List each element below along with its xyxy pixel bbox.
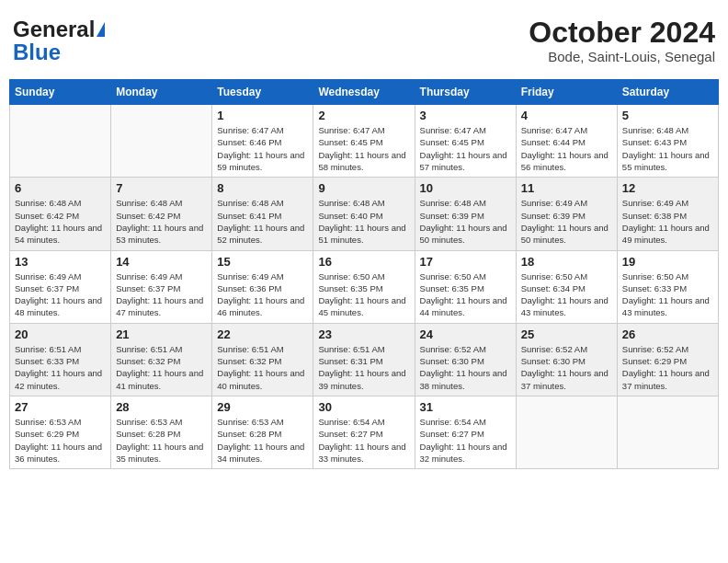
calendar-header-row: SundayMondayTuesdayWednesdayThursdayFrid… (10, 80, 719, 105)
calendar-cell: 26Sunrise: 6:52 AM Sunset: 6:29 PM Dayli… (617, 323, 718, 396)
day-info: Sunrise: 6:52 AM Sunset: 6:30 PM Dayligh… (420, 343, 511, 392)
day-info: Sunrise: 6:47 AM Sunset: 6:45 PM Dayligh… (420, 124, 511, 173)
calendar-cell: 31Sunrise: 6:54 AM Sunset: 6:27 PM Dayli… (415, 396, 516, 468)
day-info: Sunrise: 6:49 AM Sunset: 6:39 PM Dayligh… (521, 197, 612, 246)
day-number: 30 (318, 400, 409, 414)
day-number: 2 (318, 109, 409, 122)
weekday-header: Monday (111, 80, 212, 105)
day-info: Sunrise: 6:47 AM Sunset: 6:44 PM Dayligh… (521, 124, 612, 173)
calendar-cell: 22Sunrise: 6:51 AM Sunset: 6:32 PM Dayli… (212, 323, 313, 396)
day-number: 3 (420, 109, 511, 122)
location-subtitle: Bode, Saint-Louis, Senegal (529, 49, 715, 64)
day-info: Sunrise: 6:48 AM Sunset: 6:42 PM Dayligh… (15, 197, 106, 246)
calendar-cell: 6Sunrise: 6:48 AM Sunset: 6:42 PM Daylig… (10, 178, 111, 250)
calendar-week-row: 13Sunrise: 6:49 AM Sunset: 6:37 PM Dayli… (10, 250, 719, 323)
day-info: Sunrise: 6:51 AM Sunset: 6:32 PM Dayligh… (116, 343, 207, 392)
logo: General Blue (13, 17, 105, 63)
calendar-cell (516, 396, 617, 468)
day-info: Sunrise: 6:49 AM Sunset: 6:37 PM Dayligh… (15, 270, 106, 319)
weekday-header: Sunday (10, 80, 111, 105)
day-number: 14 (116, 255, 207, 269)
day-info: Sunrise: 6:48 AM Sunset: 6:40 PM Dayligh… (318, 197, 409, 246)
logo-blue: Blue (13, 42, 61, 63)
day-info: Sunrise: 6:48 AM Sunset: 6:41 PM Dayligh… (217, 197, 308, 246)
day-info: Sunrise: 6:50 AM Sunset: 6:33 PM Dayligh… (622, 270, 713, 319)
logo-triangle-icon (97, 22, 105, 37)
day-info: Sunrise: 6:50 AM Sunset: 6:35 PM Dayligh… (318, 270, 409, 319)
day-number: 19 (622, 255, 713, 269)
day-number: 22 (217, 327, 308, 341)
day-info: Sunrise: 6:50 AM Sunset: 6:34 PM Dayligh… (521, 270, 612, 319)
day-number: 15 (217, 255, 308, 269)
day-info: Sunrise: 6:51 AM Sunset: 6:32 PM Dayligh… (217, 343, 308, 392)
day-number: 8 (217, 181, 308, 195)
day-info: Sunrise: 6:51 AM Sunset: 6:31 PM Dayligh… (318, 343, 409, 392)
day-info: Sunrise: 6:54 AM Sunset: 6:27 PM Dayligh… (420, 416, 511, 465)
calendar-cell: 28Sunrise: 6:53 AM Sunset: 6:28 PM Dayli… (111, 396, 212, 468)
day-number: 26 (622, 327, 713, 341)
calendar-cell: 8Sunrise: 6:48 AM Sunset: 6:41 PM Daylig… (212, 178, 313, 250)
day-number: 25 (521, 327, 612, 341)
day-number: 31 (420, 400, 511, 414)
calendar-table: SundayMondayTuesdayWednesdayThursdayFrid… (9, 79, 719, 469)
day-number: 12 (622, 181, 713, 195)
day-info: Sunrise: 6:50 AM Sunset: 6:35 PM Dayligh… (420, 270, 511, 319)
day-number: 28 (116, 400, 207, 414)
day-number: 7 (116, 181, 207, 195)
day-number: 18 (521, 255, 612, 269)
calendar-cell: 15Sunrise: 6:49 AM Sunset: 6:36 PM Dayli… (212, 250, 313, 323)
calendar-cell: 2Sunrise: 6:47 AM Sunset: 6:45 PM Daylig… (313, 105, 415, 178)
calendar-cell: 18Sunrise: 6:50 AM Sunset: 6:34 PM Dayli… (516, 250, 617, 323)
day-number: 4 (521, 109, 612, 122)
month-title: October 2024 (529, 17, 715, 49)
calendar-cell: 20Sunrise: 6:51 AM Sunset: 6:33 PM Dayli… (10, 323, 111, 396)
calendar-cell: 21Sunrise: 6:51 AM Sunset: 6:32 PM Dayli… (111, 323, 212, 396)
day-number: 9 (318, 181, 409, 195)
weekday-header: Wednesday (313, 80, 415, 105)
day-info: Sunrise: 6:47 AM Sunset: 6:45 PM Dayligh… (318, 124, 409, 173)
title-block: October 2024 Bode, Saint-Louis, Senegal (529, 17, 715, 64)
day-info: Sunrise: 6:49 AM Sunset: 6:37 PM Dayligh… (116, 270, 207, 319)
calendar-week-row: 20Sunrise: 6:51 AM Sunset: 6:33 PM Dayli… (10, 323, 719, 396)
calendar-cell: 27Sunrise: 6:53 AM Sunset: 6:29 PM Dayli… (10, 396, 111, 468)
weekday-header: Thursday (415, 80, 516, 105)
calendar-cell: 12Sunrise: 6:49 AM Sunset: 6:38 PM Dayli… (617, 178, 718, 250)
day-number: 13 (15, 255, 106, 269)
calendar-cell: 5Sunrise: 6:48 AM Sunset: 6:43 PM Daylig… (617, 105, 718, 178)
day-info: Sunrise: 6:52 AM Sunset: 6:30 PM Dayligh… (521, 343, 612, 392)
weekday-header: Friday (516, 80, 617, 105)
page-header: General Blue October 2024 Bode, Saint-Lo… (9, 9, 719, 72)
day-number: 24 (420, 327, 511, 341)
day-number: 10 (420, 181, 511, 195)
day-info: Sunrise: 6:54 AM Sunset: 6:27 PM Dayligh… (318, 416, 409, 465)
calendar-cell: 7Sunrise: 6:48 AM Sunset: 6:42 PM Daylig… (111, 178, 212, 250)
calendar-cell: 10Sunrise: 6:48 AM Sunset: 6:39 PM Dayli… (415, 178, 516, 250)
calendar-week-row: 27Sunrise: 6:53 AM Sunset: 6:29 PM Dayli… (10, 396, 719, 468)
calendar-cell: 24Sunrise: 6:52 AM Sunset: 6:30 PM Dayli… (415, 323, 516, 396)
day-info: Sunrise: 6:52 AM Sunset: 6:29 PM Dayligh… (622, 343, 713, 392)
day-info: Sunrise: 6:48 AM Sunset: 6:43 PM Dayligh… (622, 124, 713, 173)
calendar-cell: 25Sunrise: 6:52 AM Sunset: 6:30 PM Dayli… (516, 323, 617, 396)
day-number: 20 (15, 327, 106, 341)
day-number: 27 (15, 400, 106, 414)
calendar-cell: 11Sunrise: 6:49 AM Sunset: 6:39 PM Dayli… (516, 178, 617, 250)
day-number: 11 (521, 181, 612, 195)
logo-general: General (13, 17, 95, 42)
calendar-cell: 13Sunrise: 6:49 AM Sunset: 6:37 PM Dayli… (10, 250, 111, 323)
day-number: 23 (318, 327, 409, 341)
calendar-cell (10, 105, 111, 178)
day-info: Sunrise: 6:47 AM Sunset: 6:46 PM Dayligh… (217, 124, 308, 173)
day-info: Sunrise: 6:53 AM Sunset: 6:28 PM Dayligh… (217, 416, 308, 465)
day-number: 5 (622, 109, 713, 122)
calendar-cell: 30Sunrise: 6:54 AM Sunset: 6:27 PM Dayli… (313, 396, 415, 468)
day-info: Sunrise: 6:51 AM Sunset: 6:33 PM Dayligh… (15, 343, 106, 392)
day-info: Sunrise: 6:48 AM Sunset: 6:39 PM Dayligh… (420, 197, 511, 246)
calendar-cell: 29Sunrise: 6:53 AM Sunset: 6:28 PM Dayli… (212, 396, 313, 468)
calendar-cell: 9Sunrise: 6:48 AM Sunset: 6:40 PM Daylig… (313, 178, 415, 250)
calendar-cell: 4Sunrise: 6:47 AM Sunset: 6:44 PM Daylig… (516, 105, 617, 178)
weekday-header: Tuesday (212, 80, 313, 105)
day-info: Sunrise: 6:48 AM Sunset: 6:42 PM Dayligh… (116, 197, 207, 246)
day-number: 16 (318, 255, 409, 269)
calendar-cell: 16Sunrise: 6:50 AM Sunset: 6:35 PM Dayli… (313, 250, 415, 323)
calendar-cell: 19Sunrise: 6:50 AM Sunset: 6:33 PM Dayli… (617, 250, 718, 323)
